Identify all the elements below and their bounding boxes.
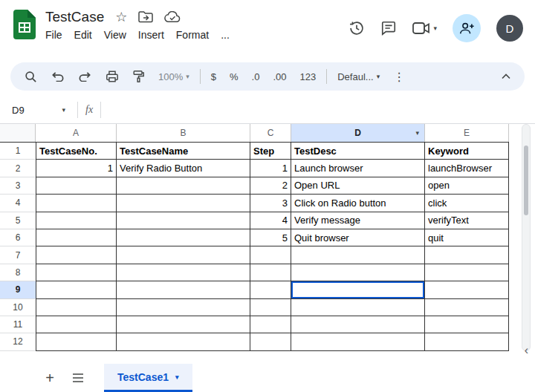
account-avatar[interactable]: D bbox=[496, 15, 523, 42]
meet-video-icon[interactable]: ▾ bbox=[412, 22, 437, 35]
column-header-B[interactable]: B bbox=[117, 124, 250, 142]
cell-D4[interactable]: Click on Radio button bbox=[291, 195, 425, 212]
scroll-left-icon[interactable]: ‹ bbox=[525, 344, 528, 356]
cell-B5[interactable] bbox=[117, 212, 250, 229]
cell-D6[interactable]: Quit browser bbox=[291, 229, 425, 246]
cell-A7[interactable] bbox=[36, 246, 117, 264]
cell-C3[interactable]: 2 bbox=[250, 177, 291, 195]
cell-C12[interactable] bbox=[250, 333, 291, 350]
increase-decimal-button[interactable]: .00 bbox=[266, 62, 293, 91]
font-select[interactable]: Defaul... ▾ bbox=[331, 62, 386, 91]
cell-D11[interactable] bbox=[291, 316, 425, 333]
row-header-10[interactable]: 10 bbox=[0, 299, 36, 316]
sheets-logo-icon[interactable] bbox=[13, 10, 36, 39]
menu-format[interactable]: Format bbox=[170, 27, 215, 42]
cell-D3[interactable]: Open URL bbox=[291, 177, 425, 195]
row-header-12[interactable]: 12 bbox=[0, 333, 36, 350]
comments-icon[interactable] bbox=[380, 20, 397, 36]
menu-view[interactable]: View bbox=[98, 27, 132, 42]
select-all-corner[interactable] bbox=[0, 124, 36, 142]
cell-A1[interactable]: TestCaseNo. bbox=[36, 143, 117, 160]
star-icon[interactable]: ☆ bbox=[115, 10, 127, 24]
cell-E8[interactable] bbox=[425, 264, 509, 281]
row-header-8[interactable]: 8 bbox=[0, 264, 36, 281]
cell-B11[interactable] bbox=[117, 316, 250, 333]
column-header-A[interactable]: A bbox=[36, 124, 117, 142]
vertical-scrollbar-thumb[interactable] bbox=[524, 146, 528, 215]
row-header-6[interactable]: 6 bbox=[0, 229, 36, 246]
percent-format-button[interactable]: % bbox=[223, 62, 245, 91]
cell-A4[interactable] bbox=[36, 195, 117, 212]
menu-file[interactable]: File bbox=[39, 27, 68, 42]
cell-C10[interactable] bbox=[250, 299, 291, 316]
cell-B1[interactable]: TestCaseName bbox=[117, 143, 250, 160]
row-header-5[interactable]: 5 bbox=[0, 212, 36, 229]
cell-B6[interactable] bbox=[117, 229, 250, 246]
decrease-decimal-button[interactable]: .0 bbox=[245, 62, 267, 91]
column-menu-caret-icon[interactable]: ▾ bbox=[415, 129, 419, 137]
cell-E11[interactable] bbox=[425, 316, 509, 333]
cell-C6[interactable]: 5 bbox=[250, 229, 291, 246]
row-header-3[interactable]: 3 bbox=[0, 177, 36, 195]
cell-D8[interactable] bbox=[291, 264, 425, 281]
cell-E10[interactable] bbox=[425, 299, 509, 316]
number-format-button[interactable]: 123 bbox=[294, 62, 323, 91]
cell-C8[interactable] bbox=[250, 264, 291, 281]
row-header-7[interactable]: 7 bbox=[0, 246, 36, 264]
cell-E3[interactable]: open bbox=[425, 177, 509, 195]
name-box[interactable]: D9 ▾ bbox=[12, 105, 70, 116]
cell-E12[interactable] bbox=[425, 333, 509, 350]
cell-B10[interactable] bbox=[117, 299, 250, 316]
cell-A3[interactable] bbox=[36, 177, 117, 195]
cell-B4[interactable] bbox=[117, 195, 250, 212]
cell-A12[interactable] bbox=[36, 333, 117, 350]
row-header-4[interactable]: 4 bbox=[0, 195, 36, 212]
version-history-icon[interactable] bbox=[348, 20, 365, 36]
cell-B3[interactable] bbox=[117, 177, 250, 195]
more-toolbar-button[interactable]: ⋮ bbox=[386, 62, 412, 91]
column-header-D[interactable]: D▾ bbox=[291, 124, 425, 142]
cell-C11[interactable] bbox=[250, 316, 291, 333]
cell-E2[interactable]: launchBrowser bbox=[425, 160, 509, 177]
all-sheets-button[interactable] bbox=[64, 364, 92, 392]
cell-B9[interactable] bbox=[117, 281, 250, 298]
print-button[interactable] bbox=[99, 62, 126, 91]
meet-caret-icon[interactable]: ▾ bbox=[433, 25, 437, 32]
undo-button[interactable] bbox=[44, 62, 71, 91]
sheet-tab-testcase1[interactable]: TestCase1 ▾ bbox=[104, 364, 192, 392]
cell-A2[interactable]: 1 bbox=[36, 160, 117, 177]
document-title[interactable]: TestCase bbox=[45, 9, 104, 25]
cell-C4[interactable]: 3 bbox=[250, 195, 291, 212]
cell-A9[interactable] bbox=[36, 281, 117, 298]
cell-A5[interactable] bbox=[36, 212, 117, 229]
move-folder-icon[interactable] bbox=[138, 11, 153, 23]
column-header-E[interactable]: E bbox=[425, 124, 509, 142]
cell-D9[interactable] bbox=[291, 281, 425, 298]
row-header-11[interactable]: 11 bbox=[0, 316, 36, 333]
cell-D1[interactable]: TestDesc bbox=[291, 143, 425, 160]
currency-format-button[interactable]: $ bbox=[204, 62, 223, 91]
row-header-9[interactable]: 9 bbox=[0, 281, 36, 298]
cell-A6[interactable] bbox=[36, 229, 117, 246]
cell-D5[interactable]: Verify message bbox=[291, 212, 425, 229]
cell-C5[interactable]: 4 bbox=[250, 212, 291, 229]
cell-E6[interactable]: quit bbox=[425, 229, 509, 246]
cell-D12[interactable] bbox=[291, 333, 425, 350]
zoom-select[interactable]: 100% ▾ bbox=[152, 62, 196, 91]
cell-B8[interactable] bbox=[117, 264, 250, 281]
menu-overflow[interactable]: ... bbox=[215, 27, 236, 42]
cell-E5[interactable]: verifyText bbox=[425, 212, 509, 229]
cloud-saved-icon[interactable] bbox=[164, 11, 181, 23]
cell-E7[interactable] bbox=[425, 246, 509, 264]
cell-C7[interactable] bbox=[250, 246, 291, 264]
paint-format-button[interactable] bbox=[126, 62, 152, 91]
add-sheet-button[interactable]: + bbox=[36, 364, 64, 392]
menu-insert[interactable]: Insert bbox=[132, 27, 170, 42]
cell-E4[interactable]: click bbox=[425, 195, 509, 212]
sheet-tab-caret-icon[interactable]: ▾ bbox=[175, 373, 179, 381]
cell-C2[interactable]: 1 bbox=[250, 160, 291, 177]
search-menus-button[interactable] bbox=[18, 62, 44, 91]
cell-D2[interactable]: Launch browser bbox=[291, 160, 425, 177]
cell-E1[interactable]: Keyword bbox=[425, 143, 509, 160]
cell-D7[interactable] bbox=[291, 246, 425, 264]
